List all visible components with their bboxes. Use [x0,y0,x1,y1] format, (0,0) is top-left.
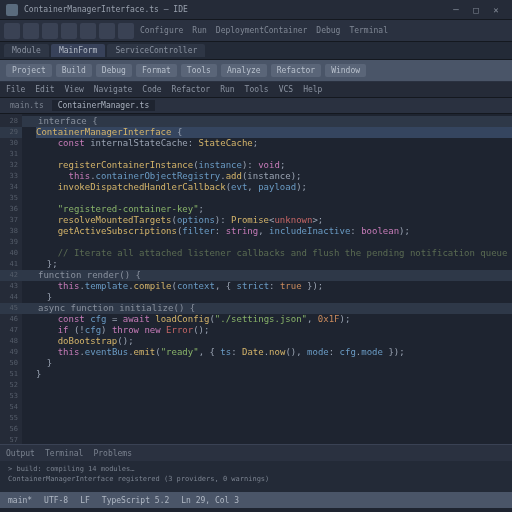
code-line[interactable]: } [36,369,512,380]
cut-icon[interactable] [80,23,96,39]
output-line: > build: compiling 14 modules… [8,464,504,474]
menu-item[interactable]: VCS [279,85,293,94]
line-number: 55 [0,413,22,424]
code-line[interactable]: ContainerManagerInterface { [36,127,512,138]
status-item[interactable]: main* [8,496,32,505]
toolbar-label[interactable]: Run [189,26,209,35]
code-line[interactable] [36,149,512,160]
line-number: 52 [0,380,22,391]
output-line: ContainerManagerInterface registered (3 … [8,474,504,484]
code-line[interactable] [36,413,512,424]
toolbar-label[interactable]: Terminal [346,26,391,35]
code-line[interactable]: "registered-container-key"; [36,204,512,215]
line-number: 48 [0,336,22,347]
line-number: 46 [0,314,22,325]
status-bar: main*UTF-8LFTypeScript 5.2Ln 29, Col 3 [0,492,512,508]
toolbar-label[interactable]: Configure [137,26,186,35]
code-line[interactable]: this.template.compile(context, { strict:… [36,281,512,292]
close-button[interactable]: ✕ [486,5,506,15]
code-line[interactable]: function render() { [22,270,512,281]
menu-item[interactable]: Navigate [94,85,133,94]
code-line[interactable]: interface { [22,116,512,127]
status-item[interactable]: Ln 29, Col 3 [181,496,239,505]
panel-tab[interactable]: Problems [93,449,132,458]
code-line[interactable]: const internalStateCache: StateCache; [36,138,512,149]
redo-icon[interactable] [61,23,77,39]
status-item[interactable]: UTF-8 [44,496,68,505]
minimize-button[interactable]: ─ [446,5,466,15]
code-line[interactable] [36,424,512,435]
code-line[interactable]: this.containerObjectRegistry.add(instanc… [36,171,512,182]
panel-tab[interactable]: Terminal [45,449,84,458]
code-line[interactable] [36,402,512,413]
ribbon-button[interactable]: Tools [181,64,217,77]
menu-item[interactable]: View [65,85,84,94]
line-number: 31 [0,149,22,160]
menu-item[interactable]: Run [220,85,234,94]
ribbon-button[interactable]: Build [56,64,92,77]
line-number: 43 [0,281,22,292]
line-number: 50 [0,358,22,369]
line-number: 29 [0,127,22,138]
code-line[interactable]: doBootstrap(); [36,336,512,347]
code-line[interactable]: } [36,292,512,303]
line-number: 49 [0,347,22,358]
bottom-panel: OutputTerminalProblems > build: compilin… [0,444,512,492]
ribbon-button[interactable]: Format [136,64,177,77]
main-toolbar: Configure Run DeploymentContainer Debug … [0,20,512,42]
editor-tab[interactable]: main.ts [4,100,50,111]
code-line[interactable]: getActiveSubscriptions(filter: string, i… [36,226,512,237]
line-gutter: 2829303132333435363738394041424344454647… [0,114,22,444]
copy-icon[interactable] [99,23,115,39]
line-number: 32 [0,160,22,171]
ribbon-button[interactable]: Project [6,64,52,77]
editor-tab[interactable]: ContainerManager.ts [52,100,156,111]
panel-tab[interactable]: Output [6,449,35,458]
menubar: FileEditViewNavigateCodeRefactorRunTools… [0,82,512,98]
menu-item[interactable]: File [6,85,25,94]
toolbar-label[interactable]: DeploymentContainer [213,26,311,35]
code-line[interactable]: const cfg = await loadConfig("./settings… [36,314,512,325]
code-line[interactable]: this.eventBus.emit("ready", { ts: Date.n… [36,347,512,358]
menu-item[interactable]: Refactor [172,85,211,94]
menu-item[interactable]: Edit [35,85,54,94]
doc-tab[interactable]: ServiceController [107,44,205,57]
code-line[interactable]: // Iterate all attached listener callbac… [36,248,512,259]
menu-item[interactable]: Tools [245,85,269,94]
code-line[interactable]: } [36,358,512,369]
menu-item[interactable]: Help [303,85,322,94]
menu-item[interactable]: Code [142,85,161,94]
maximize-button[interactable]: □ [466,5,486,15]
code-line[interactable]: invokeDispatchedHandlerCallback(evt, pay… [36,182,512,193]
code-line[interactable] [36,391,512,402]
code-line[interactable]: }; [36,259,512,270]
ribbon-button[interactable]: Debug [96,64,132,77]
code-line[interactable]: async function initialize() { [22,303,512,314]
titlebar: ContainerManagerInterface.ts — IDE ─ □ ✕ [0,0,512,20]
save-icon[interactable] [23,23,39,39]
status-item[interactable]: LF [80,496,90,505]
editor-tabs: main.tsContainerManager.ts [0,98,512,114]
doc-tab[interactable]: Module [4,44,49,57]
ribbon-button[interactable]: Analyze [221,64,267,77]
toolbar-label[interactable]: Debug [313,26,343,35]
code-line[interactable] [36,237,512,248]
ribbon-button[interactable]: Refactor [271,64,322,77]
ribbon-bar: ProjectBuildDebugFormatToolsAnalyzeRefac… [0,60,512,82]
ribbon-button[interactable]: Window [325,64,366,77]
code-line[interactable] [36,193,512,204]
code-line[interactable] [36,380,512,391]
code-line[interactable]: resolveMountedTargets(options): Promise<… [36,215,512,226]
undo-icon[interactable] [42,23,58,39]
line-number: 45 [0,303,22,314]
code-editor[interactable]: interface {ContainerManagerInterface { c… [22,114,512,444]
code-line[interactable] [36,435,512,444]
code-line[interactable]: registerContainerInstance(instance): voi… [36,160,512,171]
code-line[interactable]: if (!cfg) throw new Error(); [36,325,512,336]
document-tabs: ModuleMainFormServiceController [0,42,512,60]
doc-tab[interactable]: MainForm [51,44,106,57]
line-number: 37 [0,215,22,226]
open-icon[interactable] [4,23,20,39]
paste-icon[interactable] [118,23,134,39]
status-item[interactable]: TypeScript 5.2 [102,496,169,505]
